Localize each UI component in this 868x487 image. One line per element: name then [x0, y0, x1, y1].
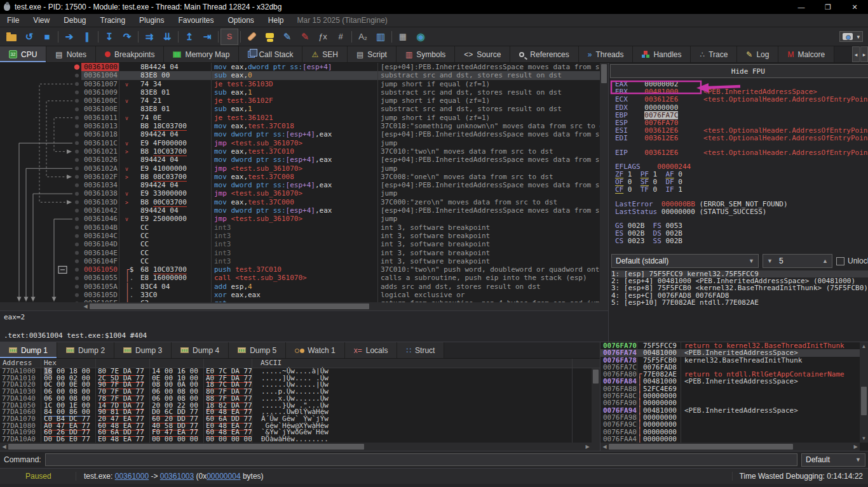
call-argument-row[interactable]: 3: [esp+8] 75F5FCB0 <kernel32.BaseThread…	[611, 284, 868, 291]
tabs-scroll-right-icon[interactable]: ▸	[860, 46, 868, 62]
dump-vertical-scrollbar[interactable]	[592, 368, 600, 451]
tab-notes[interactable]: ▤Notes	[46, 46, 96, 62]
tab-seh[interactable]: ⚠SEH	[302, 46, 347, 62]
unlocked-checkbox[interactable]: Unlocked	[836, 257, 868, 265]
tab-references[interactable]: References	[510, 46, 578, 62]
stack-view[interactable]: 0076FA70 75F5FCC9return to kernel32.Base…	[600, 342, 868, 451]
attach-button[interactable]: ▥	[372, 29, 390, 45]
label-button[interactable]: ✎	[278, 29, 296, 45]
tab-handles[interactable]: Handles	[633, 46, 691, 62]
function-button[interactable]: ƒx	[314, 29, 332, 45]
menu-tracing[interactable]: Tracing	[93, 14, 133, 27]
patch-button[interactable]	[243, 29, 261, 45]
tab-dump-5[interactable]: Dump 5	[229, 342, 286, 358]
stack-row[interactable]: 0076FAA4│00000000	[600, 436, 868, 443]
calling-convention-select[interactable]: Default (stdcall) ▼	[611, 254, 759, 268]
scroll-right-arrow-icon[interactable]: ▶	[851, 443, 860, 451]
address-link[interactable]: 00361003	[160, 472, 194, 481]
call-argument-row[interactable]: 1: [esp] 75F5FCC9 kernel32.75F5FCC9	[611, 270, 868, 277]
tab-threads[interactable]: »Threads	[579, 46, 634, 62]
disasm-row[interactable]: 00361038vE9 33000000jmp <test.sub_361070…	[81, 189, 600, 197]
disasm-row[interactable]: 00361050┌$68 10C03700push test.37C01037C…	[81, 265, 600, 274]
stack-vertical-scrollbar[interactable]: ▲ ▼	[860, 342, 868, 443]
tab-cpu[interactable]: 32CPU	[0, 46, 46, 62]
menu-file[interactable]: File	[0, 14, 26, 27]
font-button[interactable]: A₂	[354, 29, 372, 45]
tab-locals[interactable]: x=Locals	[345, 342, 398, 358]
call-argument-row[interactable]: 4: [esp+C] 0076FAD8 0076FAD8	[611, 292, 868, 299]
disasm-row[interactable]: 00361018894424 04mov dword ptr ss:[esp+4…	[81, 130, 600, 138]
disasm-row[interactable]: 0036105D│.33C0xor eax,eaxlogical exclusi…	[81, 291, 600, 299]
disasm-row[interactable]: 0036104FCCint3int 3, software breakpoint	[81, 257, 600, 265]
tab-dump-2[interactable]: Dump 2	[57, 342, 114, 358]
hash-button[interactable]: #	[332, 29, 349, 45]
scroll-up-arrow-icon[interactable]: ▲	[860, 342, 868, 350]
argument-count-stepper[interactable]: ▼ 5 ▲	[763, 254, 832, 268]
menu-help[interactable]: Help	[261, 14, 291, 27]
call-argument-row[interactable]: 2: [esp+4] 00481000 <PEB.InheritedAddres…	[611, 277, 868, 284]
run-to-user-code-button[interactable]: ⇥	[198, 29, 216, 45]
tab-malcore[interactable]: MMalcore	[778, 46, 834, 62]
disasm-row[interactable]: 00361034894424 04mov dword ptr ss:[esp+4…	[81, 181, 600, 189]
close-button[interactable]: ✕	[841, 0, 868, 14]
scroll-left-arrow-icon[interactable]: ◀	[0, 443, 8, 451]
disasm-row[interactable]: 0036104ECCint3int 3, software breakpoint	[81, 249, 600, 257]
dump-horizontal-scrollbar[interactable]: ◀ ▶	[0, 443, 592, 451]
call-argument-row[interactable]: 5: [esp+10] 77E082AE ntdll.77E082AE	[611, 299, 868, 306]
execute-till-return-button[interactable]: ↥	[180, 29, 198, 45]
restore-button[interactable]: ❐	[815, 0, 841, 14]
pause-button[interactable]: ∥	[78, 29, 96, 45]
scroll-left-arrow-icon[interactable]: ◀	[81, 302, 90, 310]
menu-debug[interactable]: Debug	[57, 14, 93, 27]
disasm-horizontal-scrollbar[interactable]: ◀	[81, 302, 600, 310]
disasm-hscroll-thumb[interactable]	[90, 304, 369, 309]
disasm-row[interactable]: 00361046vE9 25000000jmp <test.sub_361070…	[81, 215, 600, 223]
tab-struct[interactable]: ∷Struct	[397, 342, 444, 358]
tab-breakpoints[interactable]: Breakpoints	[96, 46, 164, 62]
disasm-row[interactable]: 00361011v74 0Eje test.361021jump short i…	[81, 114, 600, 122]
step-into-button[interactable]: ↧	[100, 29, 118, 45]
disasm-row[interactable]: 00361055│.E8 16000000call <test.sub_3610…	[81, 274, 600, 282]
disasm-row[interactable]: 0036104DCCint3int 3, software breakpoint	[81, 240, 600, 248]
stack-hscroll-thumb[interactable]	[609, 444, 793, 450]
menu-view[interactable]: View	[26, 14, 57, 27]
calculator-button[interactable]: ▦	[394, 29, 412, 45]
disasm-row[interactable]: 0036104BCCint3int 3, software breakpoint	[81, 223, 600, 232]
stack-horizontal-scrollbar[interactable]: ◀ ▶	[600, 443, 860, 451]
tab-script[interactable]: ▤Script	[348, 46, 397, 62]
address-link[interactable]: 00000004	[207, 472, 240, 481]
comment-button[interactable]	[261, 29, 278, 45]
restart-button[interactable]: ↺	[20, 29, 38, 45]
disasm-row[interactable]: 0036104CCCint3int 3, software breakpoint	[81, 232, 600, 240]
run-button[interactable]: ➔	[60, 29, 78, 45]
address-link[interactable]: 00361000	[115, 472, 149, 481]
dump-view[interactable]: Address Hex ASCII 77DA100016 00 18 0080 …	[0, 359, 600, 451]
globe-button[interactable]: ◉	[412, 29, 430, 45]
disasm-row[interactable]: 0036101CvE9 4F000000jmp <test.sub_361070…	[81, 139, 600, 147]
tab-watch-1[interactable]: Watch 1	[286, 342, 345, 358]
disasm-row[interactable]: 003610008B4424 04mov eax,dword ptr ss:[e…	[81, 63, 600, 71]
dump-hscroll-thumb[interactable]	[8, 444, 364, 450]
tab-dump-1[interactable]: Dump 1	[0, 342, 57, 358]
disasm-row[interactable]: 0036102AvE9 41000000jmp <test.sub_361070…	[81, 164, 600, 173]
disasm-row[interactable]: 0036100E83E8 01sub eax,1substract src an…	[81, 105, 600, 113]
call-arguments-view[interactable]: 1: [esp] 75F5FCC9 kernel32.75F5FCC92: [e…	[609, 270, 868, 306]
menu-favourites[interactable]: Favourites	[171, 14, 220, 27]
animate-into-button[interactable]: ⇉	[140, 29, 158, 45]
disasm-row[interactable]: 0036100Cv74 21je test.36102Fjump short i…	[81, 97, 600, 105]
open-file-button[interactable]	[3, 29, 20, 45]
tab-dump-4[interactable]: Dump 4	[172, 342, 229, 358]
tab-source[interactable]: <>Source	[455, 46, 510, 62]
stepper-down-icon[interactable]: ▼	[767, 258, 773, 264]
tab-call-stack[interactable]: Call Stack	[239, 46, 302, 62]
menu-plugins[interactable]: Plugins	[132, 14, 171, 27]
bookmark-button[interactable]: ✎	[296, 29, 314, 45]
close-button[interactable]: ■	[38, 29, 56, 45]
disasm-row[interactable]: 0036103D>B8 00C03700mov eax,test.37C0003…	[81, 198, 600, 206]
disasm-row[interactable]: 00361021>B8 10C03700mov eax,test.37C0103…	[81, 147, 600, 156]
script-toggle-button[interactable]: S	[220, 29, 238, 45]
disasm-vertical-scrollbar[interactable]	[600, 63, 608, 302]
scroll-down-arrow-icon[interactable]: ▼	[860, 434, 868, 443]
disasm-row[interactable]: 0036100983E8 01sub eax,1substract src an…	[81, 88, 600, 97]
disasm-row[interactable]: 00361026894424 04mov dword ptr ss:[esp+4…	[81, 156, 600, 164]
